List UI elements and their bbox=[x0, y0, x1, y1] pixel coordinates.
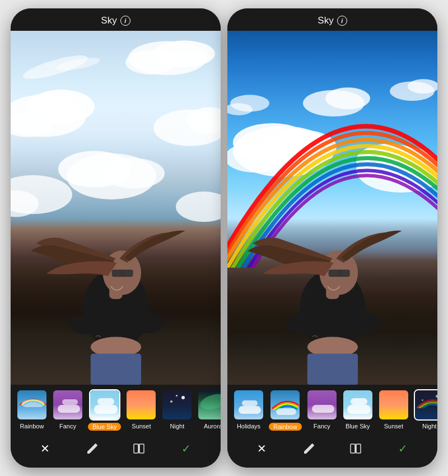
left-title: Sky bbox=[101, 15, 116, 26]
right-phone: Sky i bbox=[227, 8, 437, 468]
filter-label-sunset-right: Sunset bbox=[384, 423, 403, 430]
filter-item-sunset[interactable]: Sunset bbox=[125, 389, 157, 431]
filter-item-night-right[interactable]: Night bbox=[414, 389, 437, 431]
left-close-button[interactable]: ✕ bbox=[35, 438, 55, 459]
left-header: Sky i bbox=[11, 8, 221, 31]
thumb-rainbow-arc-icon bbox=[272, 393, 300, 410]
svg-rect-47 bbox=[329, 270, 338, 276]
right-compare-button[interactable] bbox=[346, 438, 366, 459]
svg-point-26 bbox=[22, 399, 44, 407]
filter-thumb-night[interactable] bbox=[161, 389, 193, 421]
filter-label-rainbow: Rainbow bbox=[20, 423, 44, 430]
right-image-area bbox=[227, 31, 437, 385]
svg-point-2 bbox=[125, 50, 176, 74]
left-erase-button[interactable] bbox=[82, 438, 102, 459]
filter-thumb-aurora[interactable] bbox=[197, 389, 221, 421]
compare-icon bbox=[132, 442, 146, 455]
svg-rect-27 bbox=[134, 444, 138, 453]
left-filter-scroll[interactable]: Rainbow Fancy bbox=[11, 389, 221, 431]
svg-rect-53 bbox=[351, 444, 355, 453]
filter-item-rainbow-right[interactable]: Rainbow bbox=[269, 389, 302, 431]
filter-thumb-rainbow-right[interactable] bbox=[269, 389, 301, 421]
filter-item-blue-sky-right[interactable]: Blue Sky bbox=[342, 389, 374, 431]
left-image-area bbox=[11, 31, 221, 385]
filter-label-night: Night bbox=[170, 423, 185, 430]
filter-thumb-holidays[interactable] bbox=[233, 389, 264, 421]
left-info-icon[interactable]: i bbox=[120, 16, 130, 26]
filter-label-holidays: Holidays bbox=[237, 423, 260, 430]
svg-point-50 bbox=[346, 313, 381, 333]
filter-item-fancy[interactable]: Fancy bbox=[52, 389, 83, 431]
right-close-button[interactable]: ✕ bbox=[252, 438, 272, 459]
right-person-svg bbox=[227, 137, 437, 385]
left-filter-strip: Rainbow Fancy bbox=[11, 385, 221, 433]
left-confirm-button[interactable]: ✓ bbox=[176, 438, 196, 459]
svg-rect-52 bbox=[307, 353, 358, 385]
right-filter-strip: Holidays Rainbow bbox=[227, 385, 437, 433]
filter-label-rainbow-right: Rainbow bbox=[269, 423, 302, 431]
right-erase-button[interactable] bbox=[299, 438, 319, 459]
filter-item-fancy-right[interactable]: Fancy bbox=[306, 389, 338, 431]
filter-thumb-fancy[interactable] bbox=[52, 389, 83, 421]
left-person-svg bbox=[11, 137, 221, 385]
svg-rect-48 bbox=[340, 270, 349, 276]
filter-label-sunset: Sunset bbox=[132, 423, 151, 430]
left-compare-button[interactable] bbox=[129, 438, 149, 459]
right-info-icon[interactable]: i bbox=[337, 16, 347, 26]
filter-thumb-fancy-right[interactable] bbox=[306, 389, 338, 421]
filter-thumb-blue-sky-right[interactable] bbox=[342, 389, 374, 421]
right-confirm-button[interactable]: ✓ bbox=[393, 438, 413, 459]
svg-rect-20 bbox=[113, 270, 121, 276]
filter-label-fancy-right: Fancy bbox=[314, 423, 330, 430]
eraser-icon bbox=[86, 442, 99, 455]
svg-rect-54 bbox=[356, 444, 361, 453]
right-filter-scroll[interactable]: Holidays Rainbow bbox=[227, 389, 437, 431]
svg-rect-21 bbox=[124, 270, 132, 276]
svg-rect-25 bbox=[91, 353, 141, 385]
svg-point-49 bbox=[286, 314, 321, 334]
filter-item-holidays[interactable]: Holidays bbox=[233, 389, 264, 431]
filter-thumb-sunset-right[interactable] bbox=[378, 389, 409, 421]
filter-thumb-blue-sky[interactable] bbox=[89, 389, 120, 421]
right-header: Sky i bbox=[227, 8, 437, 31]
right-compare-icon bbox=[349, 442, 362, 455]
filter-label-aurora: Aurora bbox=[204, 423, 221, 430]
right-eraser-icon bbox=[302, 442, 316, 455]
filter-item-sunset-right[interactable]: Sunset bbox=[378, 389, 409, 431]
filter-thumb-sunset[interactable] bbox=[125, 389, 157, 421]
filter-item-night[interactable]: Night bbox=[161, 389, 193, 431]
left-toolbar: ✕ ✓ bbox=[11, 433, 221, 468]
filter-item-blue-sky[interactable]: Blue Sky bbox=[88, 389, 121, 431]
svg-point-22 bbox=[69, 314, 104, 334]
filter-thumb-night-right[interactable] bbox=[414, 389, 437, 421]
svg-point-23 bbox=[129, 313, 164, 333]
filter-item-rainbow[interactable]: Rainbow bbox=[16, 389, 48, 431]
filter-label-night-right: Night bbox=[422, 423, 437, 430]
svg-rect-28 bbox=[139, 444, 144, 453]
right-toolbar: ✕ ✓ bbox=[227, 433, 437, 468]
filter-item-aurora[interactable]: Aurora bbox=[197, 389, 221, 431]
filter-label-fancy: Fancy bbox=[59, 423, 76, 430]
right-title: Sky bbox=[318, 15, 333, 26]
night-rainbow-thumb-icon bbox=[416, 391, 437, 408]
filter-thumb-rainbow[interactable] bbox=[16, 389, 48, 421]
filter-label-blue-sky-right: Blue Sky bbox=[346, 423, 370, 430]
filter-label-blue-sky: Blue Sky bbox=[88, 423, 121, 431]
left-phone: Sky i bbox=[11, 8, 221, 468]
